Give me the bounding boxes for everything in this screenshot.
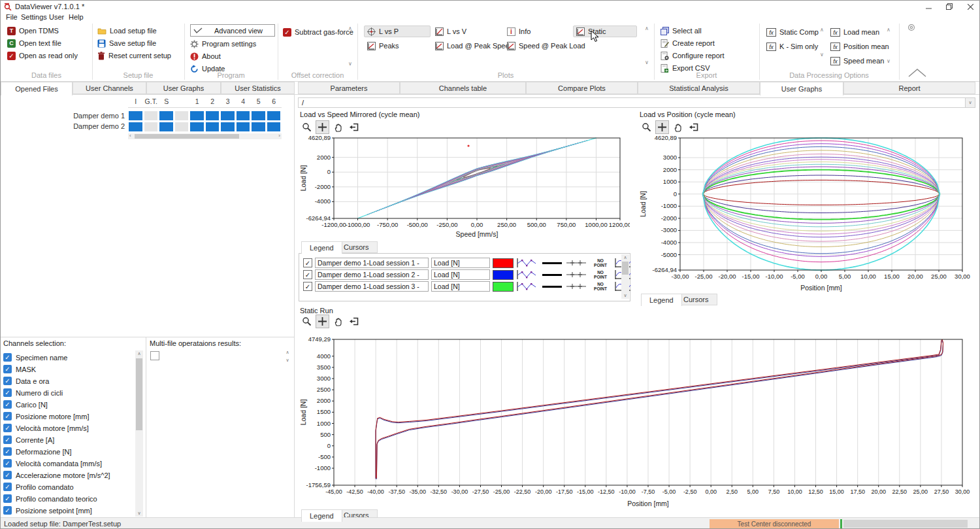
channel-list-item[interactable]: ✓ Specimen name bbox=[3, 352, 68, 362]
channel-list-item[interactable]: ✓ Profilo comandato teorico bbox=[3, 494, 97, 503]
channel-list-item[interactable]: ✓ Numero di cicli bbox=[3, 388, 63, 398]
multifile-scroll-up-icon[interactable]: ∧ bbox=[284, 350, 291, 355]
file-grid-cell[interactable] bbox=[128, 111, 143, 121]
restore-button[interactable] bbox=[939, 1, 960, 12]
legend-row-checkbox[interactable]: ✓ bbox=[303, 258, 312, 267]
channel-checkbox-icon[interactable]: ✓ bbox=[3, 494, 12, 503]
plot-l-vs-p-button[interactable]: L vs P bbox=[364, 26, 431, 37]
file-grid-cell[interactable] bbox=[267, 111, 282, 121]
channel-checkbox-icon[interactable]: ✓ bbox=[3, 424, 12, 432]
line-style-preview-icon[interactable] bbox=[516, 258, 538, 268]
channel-checkbox-icon[interactable]: ✓ bbox=[3, 412, 12, 420]
line-thickness-icon[interactable] bbox=[541, 258, 563, 268]
legend-row-color-swatch[interactable] bbox=[493, 258, 514, 268]
channel-checkbox-icon[interactable]: ✓ bbox=[3, 353, 12, 362]
file-grid-cell[interactable] bbox=[236, 122, 251, 132]
chart3-plot[interactable]: -45,00-42,50-40,00-37,50-35,00-32,50-30,… bbox=[300, 330, 975, 508]
dpo2-scroll-up-icon[interactable]: ∧ bbox=[887, 27, 890, 33]
tab-user-graphs-left[interactable]: User Graphs bbox=[146, 82, 221, 94]
offset-scroll-up-icon[interactable]: ∧ bbox=[348, 26, 352, 31]
menu-help[interactable]: Help bbox=[69, 13, 84, 21]
subtract-gasforce-checkbox[interactable]: ✓ Subtract gas-force bbox=[283, 27, 353, 37]
channel-list-item[interactable]: ✓ Posizione motore [mm] bbox=[3, 411, 89, 421]
exit-zoom-icon[interactable] bbox=[347, 315, 361, 328]
zoom-icon[interactable] bbox=[640, 120, 653, 134]
file-row-name[interactable]: Damper demo 1 bbox=[46, 112, 125, 120]
line-thickness-icon[interactable] bbox=[541, 269, 563, 280]
open-readonly-checkbox[interactable]: ✓ Open as read only bbox=[7, 50, 78, 61]
legend-row-unit-field[interactable]: Load [N] bbox=[431, 281, 490, 292]
channel-list-item[interactable]: ✓ Velocità motore [mm/s] bbox=[3, 423, 89, 433]
minimize-button[interactable] bbox=[918, 1, 939, 12]
file-grid-cell[interactable] bbox=[205, 122, 220, 132]
chart3-legend-tab[interactable]: Legend bbox=[301, 509, 342, 522]
file-grid-cell[interactable] bbox=[236, 111, 251, 121]
multifile-checkbox[interactable] bbox=[150, 351, 159, 360]
static-comp-button[interactable]: fx Static Comp bbox=[766, 27, 819, 37]
marker-style-icon[interactable] bbox=[566, 269, 587, 280]
line-style-preview-icon[interactable] bbox=[516, 281, 538, 292]
channel-list-item[interactable]: ✓ Posizione setpoint [mm] bbox=[3, 505, 92, 515]
legend-row-color-swatch[interactable] bbox=[493, 282, 514, 292]
plot-speed-at-peak-load-button[interactable]: Speed @ Peak Load bbox=[504, 40, 589, 52]
channel-list-item[interactable]: ✓ Velocità comandata [mm/s] bbox=[3, 458, 102, 468]
crosshair-icon[interactable] bbox=[316, 315, 329, 328]
save-setup-button[interactable]: Save setup file bbox=[97, 38, 156, 48]
legend-row-name-field[interactable]: Damper demo 1-Load session 2 - bbox=[315, 269, 429, 280]
collapse-ribbon-icon[interactable] bbox=[907, 68, 927, 78]
channel-checkbox-icon[interactable]: ✓ bbox=[3, 447, 12, 456]
legend-row-checkbox[interactable]: ✓ bbox=[303, 282, 312, 291]
channel-checkbox-icon[interactable]: ✓ bbox=[3, 459, 12, 468]
program-settings-button[interactable]: Program settings bbox=[190, 39, 256, 49]
legend-scrollbar[interactable]: ∧ ∨ bbox=[621, 254, 629, 299]
reset-setup-button[interactable]: Reset current setup bbox=[97, 50, 171, 61]
legend-row-name-field[interactable]: Damper demo 1-Load session 3 - bbox=[315, 281, 429, 292]
channel-list-item[interactable]: ✓ Carico [N] bbox=[3, 400, 48, 409]
exit-zoom-icon[interactable] bbox=[687, 120, 700, 134]
tab-channels-table[interactable]: Channels table bbox=[400, 82, 526, 94]
close-button[interactable] bbox=[960, 1, 980, 12]
plot-peaks-button[interactable]: Peaks bbox=[364, 40, 402, 52]
dpo2-scroll-down-icon[interactable]: ∨ bbox=[887, 59, 890, 64]
plots-scroll-down-icon[interactable]: ∨ bbox=[645, 60, 649, 65]
graph-path-bar[interactable]: / ∨ bbox=[298, 97, 975, 108]
channel-list-item[interactable]: ✓ Accelerazione motore [m/s^2] bbox=[3, 470, 110, 480]
file-row-name[interactable]: Damper demo 2 bbox=[46, 122, 125, 130]
file-grid-cell[interactable] bbox=[159, 111, 174, 121]
line-style-preview-icon[interactable] bbox=[516, 269, 538, 280]
no-point-label[interactable]: NOPOINT bbox=[589, 270, 612, 279]
channel-checkbox-icon[interactable]: ✓ bbox=[3, 435, 12, 444]
channel-checkbox-icon[interactable]: ✓ bbox=[3, 388, 12, 397]
ribbon-gear-icon[interactable] bbox=[907, 24, 915, 31]
offset-scroll-down-icon[interactable]: ∨ bbox=[348, 61, 352, 67]
file-grid-cell[interactable] bbox=[144, 111, 159, 121]
plot-static-button[interactable]: Static bbox=[573, 26, 637, 37]
position-mean-button[interactable]: fx Position mean bbox=[830, 41, 889, 52]
about-button[interactable]: About bbox=[190, 51, 221, 61]
pan-hand-icon[interactable] bbox=[331, 315, 345, 328]
tab-compare-plots[interactable]: Compare Plots bbox=[526, 82, 638, 94]
path-dropdown-icon[interactable]: ∨ bbox=[965, 98, 975, 107]
channel-checkbox-icon[interactable]: ✓ bbox=[3, 506, 12, 515]
open-text-file-button[interactable]: C Open text file bbox=[7, 38, 61, 48]
channel-checkbox-icon[interactable]: ✓ bbox=[3, 471, 12, 479]
file-grid-cell[interactable] bbox=[251, 111, 266, 121]
zoom-icon[interactable] bbox=[300, 120, 314, 134]
tab-user-channels[interactable]: User Channels bbox=[73, 82, 146, 94]
plots-scroll-up-icon[interactable]: ∧ bbox=[645, 26, 649, 31]
channel-checkbox-icon[interactable]: ✓ bbox=[3, 400, 12, 409]
plot-info-button[interactable]: i Info bbox=[504, 26, 534, 37]
dpo-scroll-up-icon[interactable]: ∧ bbox=[820, 27, 824, 33]
tab-opened-files[interactable]: Opened Files bbox=[1, 82, 73, 95]
tab-user-statistics[interactable]: User Statistics bbox=[221, 82, 295, 94]
load-setup-button[interactable]: Load setup file bbox=[97, 26, 157, 36]
chart1-plot[interactable]: -1200,00-1000,00-750,00-500,00-250,000,0… bbox=[300, 135, 630, 239]
menu-user[interactable]: User bbox=[49, 13, 64, 21]
load-mean-button[interactable]: fx Load mean bbox=[830, 27, 879, 37]
crosshair-icon[interactable] bbox=[655, 120, 669, 134]
channel-list-item[interactable]: ✓ Corrente [A] bbox=[3, 435, 54, 445]
marker-style-icon[interactable] bbox=[566, 281, 587, 292]
tab-statistical-analysis[interactable]: Statistical Analysis bbox=[638, 82, 760, 94]
select-all-button[interactable]: Select all bbox=[661, 26, 702, 36]
zoom-icon[interactable] bbox=[300, 315, 314, 328]
